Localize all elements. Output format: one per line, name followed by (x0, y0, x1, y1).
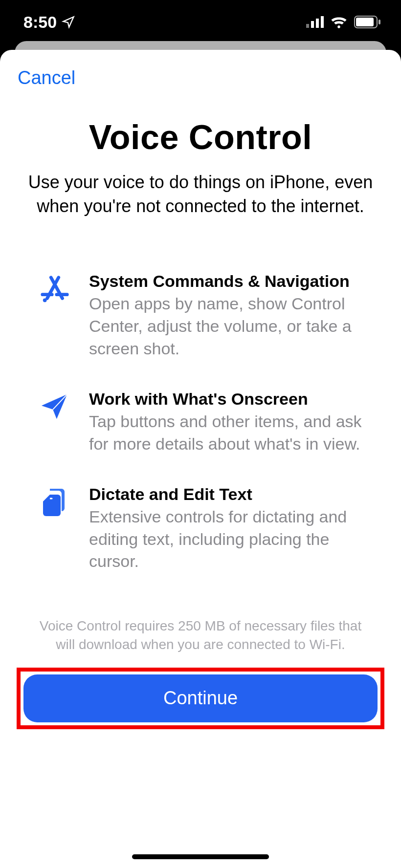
svg-point-11 (43, 299, 47, 303)
status-right (306, 16, 381, 28)
page-subtitle: Use your voice to do things on iPhone, e… (18, 171, 383, 218)
svg-rect-1 (311, 21, 314, 28)
app-store-icon (37, 274, 72, 304)
wifi-icon (331, 16, 347, 28)
cellular-icon (306, 16, 324, 28)
svg-rect-5 (356, 18, 374, 26)
continue-highlight-box: Continue (17, 668, 384, 729)
feature-list: System Commands & Navigation Open apps b… (18, 272, 383, 602)
documents-icon (37, 487, 72, 518)
svg-rect-0 (306, 24, 309, 28)
feature-text: Dictate and Edit Text Extensive controls… (89, 485, 374, 573)
status-left: 8:50 (23, 13, 75, 32)
location-icon (62, 15, 75, 29)
feature-item-dictate: Dictate and Edit Text Extensive controls… (37, 485, 374, 573)
status-bar: 8:50 (0, 0, 401, 44)
continue-button[interactable]: Continue (23, 674, 378, 722)
home-indicator[interactable] (132, 854, 269, 859)
svg-rect-2 (316, 19, 319, 28)
feature-item-system-commands: System Commands & Navigation Open apps b… (37, 272, 374, 360)
status-time: 8:50 (23, 13, 57, 32)
paper-plane-icon (37, 391, 72, 422)
feature-desc: Open apps by name, show Control Center, … (89, 293, 374, 360)
footer-note: Voice Control requires 250 MB of necessa… (18, 617, 383, 654)
feature-title: Work with What's Onscreen (89, 390, 374, 409)
svg-rect-6 (379, 20, 380, 24)
modal-sheet: Cancel Voice Control Use your voice to d… (0, 50, 401, 868)
page-title: Voice Control (18, 118, 383, 157)
cancel-button[interactable]: Cancel (18, 67, 75, 88)
feature-item-onscreen: Work with What's Onscreen Tap buttons an… (37, 390, 374, 456)
feature-desc: Extensive controls for dictating and edi… (89, 506, 374, 573)
svg-rect-3 (321, 16, 324, 28)
feature-title: Dictate and Edit Text (89, 485, 374, 504)
feature-text: Work with What's Onscreen Tap buttons an… (89, 390, 374, 456)
feature-desc: Tap buttons and other items, and ask for… (89, 411, 374, 456)
feature-text: System Commands & Navigation Open apps b… (89, 272, 374, 360)
battery-icon (354, 16, 381, 28)
feature-title: System Commands & Navigation (89, 272, 374, 291)
